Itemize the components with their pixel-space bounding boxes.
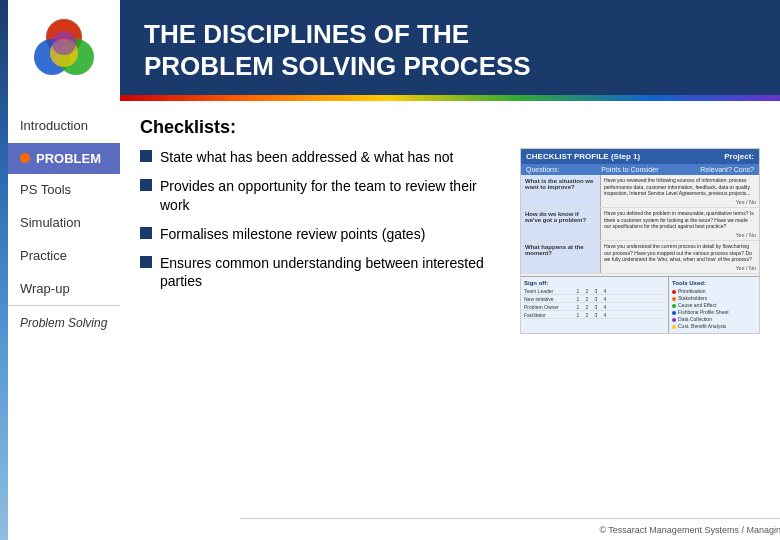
- bullet-icon: [140, 179, 152, 191]
- sidebar-item-wrap-up[interactable]: Wrap-up: [8, 273, 120, 306]
- sidebar-item-problem[interactable]: PROBLEM: [8, 143, 120, 174]
- list-item: Provides an opportunity for the team to …: [140, 177, 504, 215]
- svg-point-4: [52, 31, 76, 55]
- list-item: Formalises milestone review points (gate…: [140, 225, 504, 244]
- problem-bullet: [20, 153, 30, 163]
- footer: © Tessaract Management Systems / Managin…: [240, 518, 780, 540]
- sidebar: Introduction PROBLEM PS Tools Simulation…: [8, 0, 120, 540]
- main-content: THE DISCIPLINES OF THE PROBLEM SOLVING P…: [120, 0, 780, 540]
- page-title: THE DISCIPLINES OF THE PROBLEM SOLVING P…: [144, 19, 531, 81]
- list-item: State what has been addressed & what has…: [140, 148, 504, 167]
- bullet-icon: [140, 227, 152, 239]
- doc-subheader: Questions: Points to Consider Relevant? …: [521, 164, 759, 175]
- content-body: State what has been addressed & what has…: [140, 148, 760, 334]
- page-header: THE DISCIPLINES OF THE PROBLEM SOLVING P…: [120, 0, 780, 95]
- logo-icon: [24, 15, 104, 95]
- doc-row: What is the situation we want to improve…: [521, 175, 759, 208]
- section-heading: Checklists:: [140, 117, 760, 138]
- doc-row: Problem Owner 1234: [524, 304, 665, 311]
- sidebar-item-ps-tools[interactable]: PS Tools: [8, 174, 120, 207]
- bullet-icon: [140, 150, 152, 162]
- doc-row: What happens at the moment? Have you und…: [521, 241, 759, 274]
- bullet-icon: [140, 256, 152, 268]
- list-item: Ensures common understanding between int…: [140, 254, 504, 292]
- checklist-document: CHECKLIST PROFILE (Step 1) Project: Ques…: [520, 148, 760, 334]
- doc-row: How do we know if we've got a problem? H…: [521, 208, 759, 241]
- doc-header: CHECKLIST PROFILE (Step 1) Project:: [521, 149, 759, 164]
- sidebar-bottom-label: Problem Solving: [8, 305, 120, 340]
- doc-row: New initiative 1234: [524, 296, 665, 303]
- doc-bottom: Sign off: Team Leader 1234 New initiativ…: [521, 276, 759, 333]
- doc-row: Facilitator 1234: [524, 312, 665, 319]
- content-area: Checklists: State what has been addresse…: [120, 101, 780, 350]
- doc-row: Team Leader 1234: [524, 288, 665, 295]
- sidebar-accent-bar: [0, 0, 8, 540]
- sidebar-item-practice[interactable]: Practice: [8, 240, 120, 273]
- sidebar-item-introduction[interactable]: Introduction: [8, 110, 120, 143]
- sidebar-item-simulation[interactable]: Simulation: [8, 207, 120, 240]
- logo-area: [8, 0, 120, 110]
- bullet-list: State what has been addressed & what has…: [140, 148, 504, 334]
